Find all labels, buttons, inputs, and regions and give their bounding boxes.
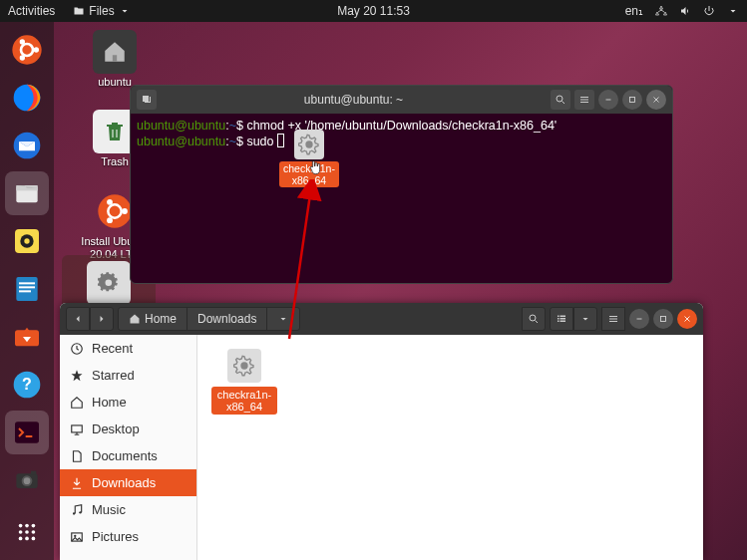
desktop-home-folder[interactable]: ubuntu bbox=[78, 30, 152, 89]
power-icon[interactable] bbox=[703, 5, 715, 17]
sidebar-item-desktop[interactable]: Desktop bbox=[60, 416, 196, 442]
file-checkra1n[interactable]: checkra1n-x86_64 bbox=[211, 349, 277, 415]
path-bar[interactable]: Home Downloads bbox=[118, 307, 300, 331]
terminal-titlebar[interactable]: ubuntu@ubuntu: ~ bbox=[131, 86, 672, 114]
file-checkra1n-label: checkra1n-x86_64 bbox=[211, 387, 277, 415]
dock-help[interactable]: ? bbox=[5, 363, 49, 407]
language-indicator[interactable]: en₁ bbox=[625, 4, 643, 18]
svg-point-11 bbox=[24, 238, 29, 243]
activities-button[interactable]: Activities bbox=[8, 4, 55, 18]
files-close-button[interactable] bbox=[677, 309, 697, 329]
files-menu-button[interactable] bbox=[601, 307, 625, 331]
pictures-icon bbox=[70, 530, 84, 544]
files-sidebar: Recent Starred Home Desktop Documents Do… bbox=[60, 335, 197, 560]
volume-icon[interactable] bbox=[679, 5, 691, 17]
executable-icon bbox=[87, 261, 131, 305]
svg-rect-13 bbox=[19, 282, 35, 284]
files-window[interactable]: Home Downloads Recent Starred Home Deskt… bbox=[60, 303, 703, 560]
svg-rect-33 bbox=[113, 55, 117, 62]
executable-icon bbox=[227, 349, 261, 383]
svg-rect-44 bbox=[580, 100, 588, 101]
svg-point-27 bbox=[19, 530, 23, 534]
path-dropdown[interactable] bbox=[267, 308, 299, 330]
sidebar-item-music[interactable]: Music bbox=[60, 496, 196, 523]
svg-rect-62 bbox=[661, 317, 666, 322]
documents-icon bbox=[70, 449, 84, 463]
nav-forward-button[interactable] bbox=[90, 307, 114, 331]
dock-rhythmbox[interactable] bbox=[5, 219, 49, 263]
svg-point-65 bbox=[73, 512, 75, 514]
home-folder-icon bbox=[93, 30, 137, 74]
terminal-close-button[interactable] bbox=[646, 90, 666, 110]
terminal-new-tab-button[interactable] bbox=[137, 90, 157, 110]
svg-rect-12 bbox=[16, 277, 37, 301]
dock-ubuntu-logo[interactable] bbox=[5, 28, 49, 72]
terminal-line-2: ubuntu@ubuntu:~$ sudo bbox=[137, 134, 666, 149]
svg-rect-60 bbox=[609, 321, 617, 322]
files-main-view[interactable]: checkra1n-x86_64 bbox=[197, 335, 703, 560]
svg-rect-61 bbox=[637, 319, 642, 320]
svg-line-51 bbox=[536, 321, 539, 324]
svg-point-25 bbox=[25, 524, 29, 528]
dock-libreoffice-writer[interactable] bbox=[5, 267, 49, 311]
svg-rect-45 bbox=[580, 102, 588, 103]
terminal-search-button[interactable] bbox=[551, 90, 570, 110]
sidebar-item-home[interactable]: Home bbox=[60, 389, 196, 416]
network-icon[interactable] bbox=[655, 5, 667, 17]
path-downloads[interactable]: Downloads bbox=[187, 308, 267, 330]
dock-cheese[interactable] bbox=[5, 458, 49, 502]
terminal-maximize-button[interactable] bbox=[622, 90, 642, 110]
downloads-icon bbox=[70, 476, 84, 490]
svg-point-40 bbox=[107, 217, 113, 223]
files-search-button[interactable] bbox=[522, 307, 546, 331]
svg-point-31 bbox=[25, 537, 29, 541]
sidebar-item-downloads[interactable]: Downloads bbox=[60, 469, 196, 496]
sidebar-item-documents[interactable]: Documents bbox=[60, 442, 196, 469]
svg-point-30 bbox=[19, 537, 23, 541]
dock-ubuntu-software[interactable] bbox=[5, 315, 49, 359]
cursor-hand-icon bbox=[307, 159, 323, 175]
sidebar-item-pictures[interactable]: Pictures bbox=[60, 523, 196, 550]
terminal-window[interactable]: ubuntu@ubuntu: ~ ubuntu@ubuntu:~$ chmod … bbox=[130, 85, 673, 284]
svg-rect-14 bbox=[19, 286, 35, 288]
files-maximize-button[interactable] bbox=[653, 309, 673, 329]
files-menu-label: Files bbox=[89, 4, 114, 18]
top-panel: Activities Files May 20 11:53 en₁ bbox=[0, 0, 747, 22]
svg-point-69 bbox=[240, 362, 247, 369]
sidebar-item-recent[interactable]: Recent bbox=[60, 335, 196, 362]
svg-rect-57 bbox=[560, 321, 566, 323]
clock[interactable]: May 20 11:53 bbox=[337, 4, 410, 18]
music-icon bbox=[70, 503, 84, 517]
svg-point-3 bbox=[20, 39, 25, 44]
files-titlebar[interactable]: Home Downloads bbox=[60, 303, 703, 335]
path-home[interactable]: Home bbox=[119, 308, 187, 330]
dock-files[interactable] bbox=[5, 171, 49, 215]
dock-show-apps[interactable] bbox=[5, 510, 49, 554]
chevron-down-icon[interactable] bbox=[727, 5, 739, 17]
svg-point-38 bbox=[122, 208, 128, 214]
dock-thunderbird[interactable] bbox=[5, 124, 49, 167]
terminal-menu-button[interactable] bbox=[574, 90, 594, 110]
svg-rect-64 bbox=[72, 424, 83, 431]
terminal-body[interactable]: ubuntu@ubuntu:~$ chmod +x '/home/ubuntu/… bbox=[131, 114, 672, 153]
nav-back-button[interactable] bbox=[66, 307, 90, 331]
svg-point-41 bbox=[557, 96, 562, 102]
files-view-dropdown[interactable] bbox=[573, 307, 597, 331]
sidebar-item-starred[interactable]: Starred bbox=[60, 362, 196, 389]
svg-rect-46 bbox=[606, 100, 611, 101]
svg-rect-19 bbox=[15, 421, 39, 442]
files-app-menu[interactable]: Files bbox=[73, 4, 130, 18]
svg-rect-52 bbox=[558, 316, 560, 318]
svg-point-4 bbox=[20, 55, 25, 60]
svg-rect-54 bbox=[558, 318, 560, 320]
svg-point-28 bbox=[25, 530, 29, 534]
files-minimize-button[interactable] bbox=[629, 309, 649, 329]
terminal-minimize-button[interactable] bbox=[598, 90, 618, 110]
svg-point-48 bbox=[305, 140, 312, 147]
svg-point-29 bbox=[32, 530, 36, 534]
svg-rect-58 bbox=[609, 316, 617, 317]
dock-firefox[interactable] bbox=[5, 76, 49, 120]
dock-terminal[interactable] bbox=[5, 411, 49, 454]
files-view-list-button[interactable] bbox=[550, 307, 573, 331]
dock: ? bbox=[0, 22, 54, 560]
